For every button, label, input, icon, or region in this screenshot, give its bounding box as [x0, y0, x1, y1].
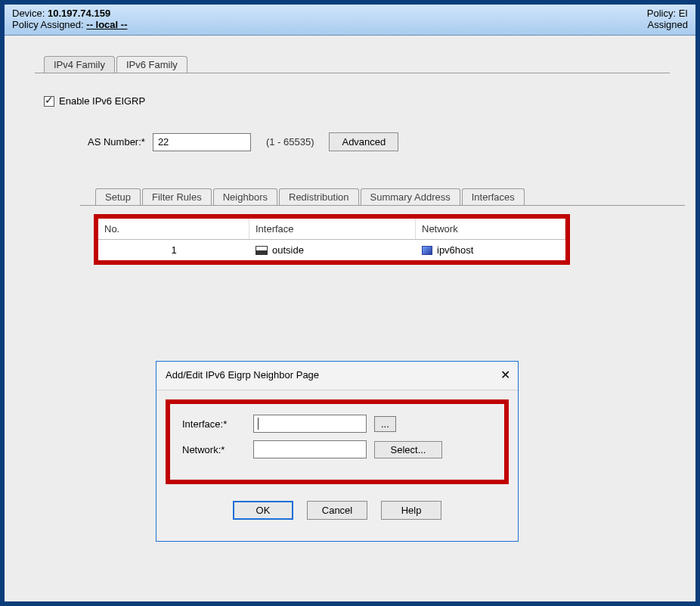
enable-ipv6-eigrp-checkbox[interactable]	[44, 96, 54, 107]
sub-tab-border	[80, 205, 685, 206]
family-tab-border	[35, 73, 670, 73]
field-row-interface: Interface:* ...	[182, 415, 492, 433]
row-interface: outside	[272, 244, 304, 256]
device-ip: 10.197.74.159	[48, 8, 110, 19]
as-number-range: (1 - 65535)	[266, 136, 314, 148]
eigrp-sub-tabs: Setup Filter Rules Neighbors Redistribut…	[95, 186, 695, 206]
tab-interfaces[interactable]: Interfaces	[462, 188, 525, 206]
help-button[interactable]: Help	[381, 501, 441, 520]
dialog-fields-highlight: Interface:* ... Network:* Select...	[166, 399, 509, 484]
close-icon[interactable]: ✕	[498, 368, 512, 382]
col-header-no[interactable]: No.	[98, 219, 249, 239]
row-network: ipv6host	[437, 244, 473, 256]
nic-icon	[256, 246, 268, 255]
interface-label: Interface:*	[182, 418, 246, 430]
tab-filter-rules[interactable]: Filter Rules	[142, 188, 212, 206]
row-no: 1	[171, 244, 176, 256]
family-tabs: IPv4 Family IPv6 Family	[44, 54, 695, 73]
tab-ipv6-family[interactable]: IPv6 Family	[116, 56, 187, 73]
network-label: Network:*	[182, 444, 246, 455]
header-right: Policy: EI Assigned	[647, 8, 688, 30]
tab-summary-address[interactable]: Summary Address	[361, 188, 460, 206]
ok-button[interactable]: OK	[233, 501, 293, 520]
dialog-button-row: OK Cancel Help	[166, 484, 509, 532]
tab-neighbors[interactable]: Neighbors	[213, 188, 277, 206]
interface-browse-button[interactable]: ...	[374, 416, 396, 432]
as-number-input[interactable]	[153, 133, 251, 151]
dialog-titlebar: Add/Edit IPv6 Eigrp Neighbor Page ✕	[156, 362, 518, 390]
as-number-label: AS Number:*	[88, 136, 145, 148]
app-window: Device: 10.197.74.159 Policy Assigned: -…	[0, 0, 700, 606]
content-area: IPv4 Family IPv6 Family Enable IPv6 EIGR…	[5, 36, 695, 605]
tab-setup[interactable]: Setup	[95, 188, 141, 206]
as-number-row: AS Number:* (1 - 65535) Advanced	[88, 132, 695, 151]
network-select-button[interactable]: Select...	[374, 441, 442, 458]
network-input[interactable]	[253, 440, 367, 458]
col-header-interface[interactable]: Interface	[249, 219, 416, 239]
right-policy-value: EI	[679, 8, 688, 19]
tab-ipv4-family[interactable]: IPv4 Family	[44, 56, 115, 73]
header-bar: Device: 10.197.74.159 Policy Assigned: -…	[5, 5, 695, 36]
host-icon	[422, 246, 432, 255]
dialog-body: Interface:* ... Network:* Select... OK C…	[156, 390, 518, 541]
advanced-button[interactable]: Advanced	[329, 132, 398, 151]
dialog-title: Add/Edit IPv6 Eigrp Neighbor Page	[166, 369, 319, 381]
neighbors-table-header: No. Interface Network	[98, 219, 565, 240]
cancel-button[interactable]: Cancel	[307, 501, 367, 520]
neighbors-table-highlight: No. Interface Network 1 outside ipv6host	[94, 214, 570, 265]
policy-assigned-label: Policy Assigned:	[12, 19, 84, 30]
right-policy-label: Policy:	[647, 8, 676, 19]
add-edit-neighbor-dialog: Add/Edit IPv6 Eigrp Neighbor Page ✕ Inte…	[156, 361, 519, 542]
field-row-network: Network:* Select...	[182, 440, 492, 458]
interface-input[interactable]	[253, 415, 367, 433]
tab-redistribution[interactable]: Redistribution	[279, 188, 359, 206]
device-label: Device:	[12, 8, 45, 19]
enable-row: Enable IPv6 EIGRP	[44, 95, 695, 107]
header-left: Device: 10.197.74.159 Policy Assigned: -…	[12, 8, 127, 30]
table-row[interactable]: 1 outside ipv6host	[98, 240, 565, 260]
policy-assigned-value[interactable]: -- local --	[86, 19, 127, 30]
col-header-network[interactable]: Network	[416, 219, 565, 239]
right-assigned-label: Assigned	[648, 19, 688, 30]
enable-ipv6-eigrp-label: Enable IPv6 EIGRP	[59, 95, 145, 107]
